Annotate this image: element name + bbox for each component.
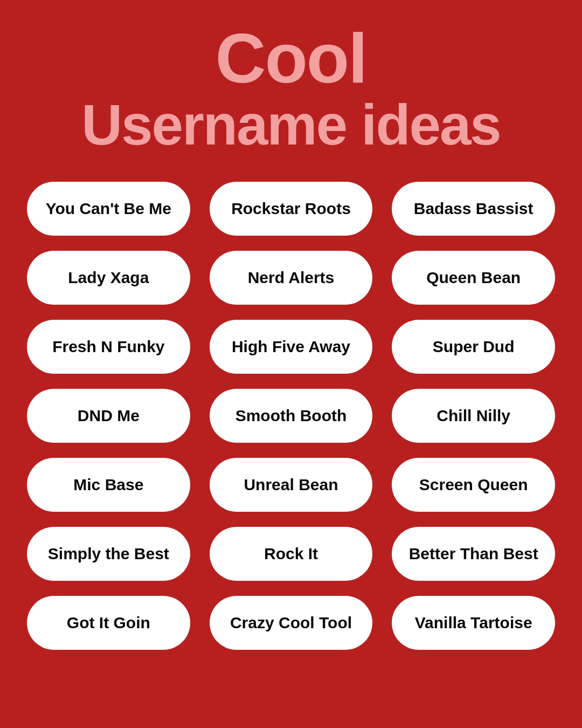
username-label: Rock It <box>264 544 318 564</box>
username-pill: Mic Base <box>27 458 190 512</box>
username-pill: Vanilla Tartoise <box>392 596 555 650</box>
username-pill: Crazy Cool Tool <box>210 596 373 650</box>
username-label: Queen Bean <box>426 268 521 287</box>
username-label: Smooth Booth <box>235 406 347 425</box>
username-label: Got It Goin <box>67 613 150 633</box>
username-pill: Better Than Best <box>392 527 555 581</box>
username-label: Chill Nilly <box>436 406 510 425</box>
username-label: Fresh N Funky <box>52 337 164 356</box>
username-pill: Fresh N Funky <box>27 320 190 374</box>
username-grid: You Can't Be MeRockstar RootsBadass Bass… <box>27 182 555 650</box>
username-label: Unreal Bean <box>244 475 338 495</box>
username-pill: Nerd Alerts <box>210 251 373 305</box>
username-label: Lady Xaga <box>68 268 149 287</box>
username-pill: Rockstar Roots <box>210 182 373 236</box>
username-pill: Got It Goin <box>27 596 190 650</box>
username-pill: You Can't Be Me <box>27 182 190 236</box>
username-label: Vanilla Tartoise <box>415 613 532 633</box>
username-pill: High Five Away <box>210 320 373 374</box>
username-label: Screen Queen <box>419 475 528 495</box>
username-label: Badass Bassist <box>414 199 534 218</box>
username-pill: Screen Queen <box>392 458 555 512</box>
username-pill: Simply the Best <box>27 527 190 581</box>
username-pill: Rock It <box>210 527 373 581</box>
username-label: Nerd Alerts <box>248 268 335 287</box>
username-label: High Five Away <box>232 337 350 356</box>
username-label: DND Me <box>78 406 140 425</box>
username-pill: Unreal Bean <box>210 458 373 512</box>
username-pill: Lady Xaga <box>27 251 190 305</box>
username-pill: Smooth Booth <box>210 389 373 443</box>
username-label: Simply the Best <box>48 544 169 564</box>
username-label: You Can't Be Me <box>46 199 171 218</box>
username-pill: Badass Bassist <box>392 182 555 236</box>
page-header: Cool Username ideas <box>81 22 500 155</box>
username-pill: Super Dud <box>392 320 555 374</box>
username-pill: Queen Bean <box>392 251 555 305</box>
username-pill: DND Me <box>27 389 190 443</box>
username-label: Rockstar Roots <box>231 199 351 218</box>
header-title-line2: Username ideas <box>81 95 500 155</box>
username-label: Mic Base <box>73 475 143 495</box>
username-label: Crazy Cool Tool <box>230 613 352 633</box>
header-title-line1: Cool <box>216 19 367 98</box>
username-label: Super Dud <box>433 337 515 356</box>
username-label: Better Than Best <box>409 544 538 564</box>
username-pill: Chill Nilly <box>392 389 555 443</box>
